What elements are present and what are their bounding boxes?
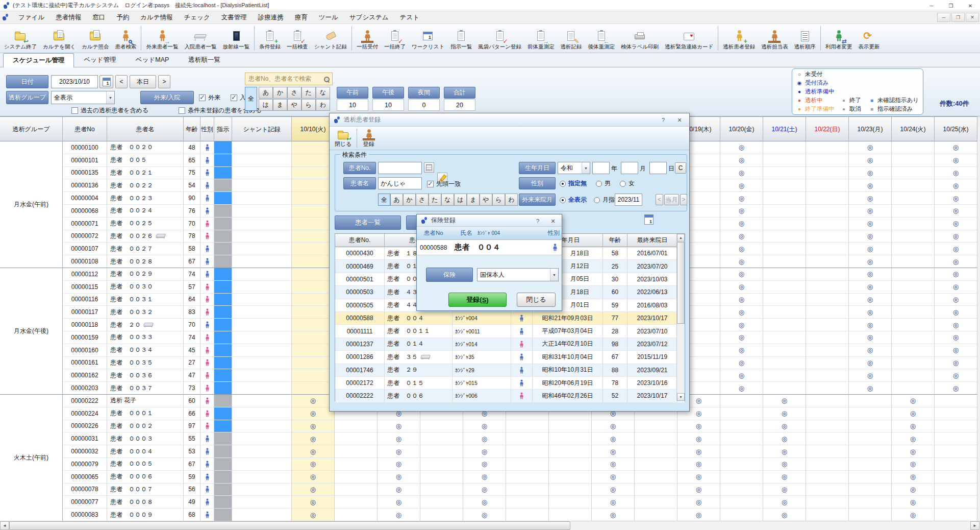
visit-type-label-button[interactable]: 外来/入院 (140, 91, 194, 104)
dialog-kana-な[interactable]: な (441, 194, 454, 206)
schedule-cell[interactable]: ◎ (892, 420, 935, 433)
mdi-minimize-button[interactable]: ─ (937, 13, 950, 22)
schedule-cell[interactable] (763, 243, 806, 255)
schedule-cell[interactable] (892, 154, 935, 167)
schedule-cell[interactable] (335, 496, 378, 509)
schedule-cell[interactable]: ◎ (292, 420, 335, 433)
toolbar-外来患者一覧[interactable]: →外来患者一覧 (143, 25, 181, 52)
toolbar-入院患者一覧[interactable]: 入院患者一覧 (181, 25, 219, 52)
schedule-cell[interactable] (849, 445, 892, 458)
schedule-cell[interactable]: ◎ (849, 141, 892, 154)
schedule-cell[interactable] (892, 192, 935, 205)
schedule-cell[interactable] (892, 319, 935, 331)
schedule-cell[interactable] (506, 420, 549, 433)
sex-option-指定無[interactable]: 指定無 (560, 179, 587, 188)
kana-key-た[interactable]: た (301, 87, 316, 99)
schedule-cell[interactable] (720, 484, 763, 496)
schedule-cell[interactable] (420, 420, 463, 433)
schedule-cell[interactable] (549, 496, 592, 509)
schedule-cell[interactable]: ◎ (677, 496, 720, 509)
schedule-cell[interactable] (806, 281, 849, 294)
kana-key-や[interactable]: や (287, 99, 301, 111)
schedule-cell[interactable]: ◎ (720, 344, 763, 357)
schedule-cell[interactable]: ◎ (720, 218, 763, 230)
schedule-cell[interactable]: ◎ (720, 179, 763, 192)
schedule-cell[interactable]: ◎ (892, 432, 935, 445)
schedule-cell[interactable]: ◎ (763, 484, 806, 496)
schedule-cell[interactable]: ◎ (849, 369, 892, 382)
schedule-cell[interactable] (720, 509, 763, 521)
schedule-cell[interactable] (292, 331, 335, 344)
patient-row[interactable]: 00000077患者 ０００８49◎◎◎◎◎◎◎ (0, 496, 977, 509)
schedule-cell[interactable] (892, 294, 935, 306)
schedule-cell[interactable] (806, 192, 849, 205)
schedule-cell[interactable]: ◎ (292, 509, 335, 521)
schedule-cell[interactable] (935, 407, 977, 420)
schedule-cell[interactable] (935, 420, 977, 433)
insurance-label-button[interactable]: 保険 (426, 268, 473, 282)
schedule-cell[interactable]: ◎ (935, 154, 977, 167)
patient-list-button[interactable]: 患者一覧 (335, 215, 401, 230)
schedule-cell[interactable]: ◎ (292, 496, 335, 509)
schedule-cell[interactable]: ◎ (720, 230, 763, 243)
date-column-header[interactable]: 10/10(火) (292, 117, 335, 141)
schedule-cell[interactable]: ◎ (892, 445, 935, 458)
dialog-patient-row[interactable]: 00002172患者 ０１５ｶﾝｼﾞｬ015昭和20年06月19日782023/… (335, 377, 685, 390)
schedule-cell[interactable] (849, 395, 892, 407)
schedule-cell[interactable]: ◎ (849, 294, 892, 306)
toolbar-検体ラベル印刷[interactable]: 検体ラベル印刷 (618, 25, 662, 52)
schedule-cell[interactable] (763, 382, 806, 395)
schedule-cell[interactable] (763, 344, 806, 357)
schedule-cell[interactable] (849, 471, 892, 484)
schedule-cell[interactable]: ◎ (677, 445, 720, 458)
dialog-register-toolbar-button[interactable]: 登録 (359, 127, 379, 149)
schedule-cell[interactable] (806, 369, 849, 382)
date-column-header[interactable]: 10/22(日) (806, 117, 849, 141)
schedule-cell[interactable]: ◎ (592, 471, 635, 484)
schedule-cell[interactable] (292, 255, 335, 268)
horizontal-scrollbar[interactable]: ◄ ► (0, 521, 980, 530)
menu-診療連携[interactable]: 診療連携 (253, 11, 289, 24)
toolbar-透析記録[interactable]: ✎透析記録 (557, 25, 585, 52)
schedule-cell[interactable]: ◎ (292, 458, 335, 471)
column-header-name[interactable]: 患者名 (107, 117, 184, 141)
dialog-kana-ま[interactable]: ま (467, 194, 480, 206)
schedule-cell[interactable] (763, 192, 806, 205)
schedule-cell[interactable] (549, 458, 592, 471)
patient-search-input[interactable]: 患者No、患者名で検索 (245, 73, 333, 85)
schedule-cell[interactable] (506, 471, 549, 484)
schedule-cell[interactable]: ◎ (892, 509, 935, 521)
schedule-cell[interactable]: ◎ (720, 205, 763, 218)
schedule-cell[interactable] (806, 141, 849, 154)
schedule-cell[interactable]: ◎ (935, 230, 977, 243)
schedule-cell[interactable]: ◎ (935, 357, 977, 370)
schedule-cell[interactable] (849, 484, 892, 496)
schedule-cell[interactable]: ◎ (720, 331, 763, 344)
schedule-cell[interactable] (892, 281, 935, 294)
birth-day-input[interactable] (649, 162, 667, 174)
schedule-cell[interactable] (892, 382, 935, 395)
calendar-picker-button[interactable] (99, 75, 113, 88)
schedule-cell[interactable] (806, 432, 849, 445)
schedule-cell[interactable] (892, 331, 935, 344)
schedule-cell[interactable] (292, 230, 335, 243)
schedule-cell[interactable] (549, 432, 592, 445)
schedule-cell[interactable]: ◎ (292, 445, 335, 458)
schedule-cell[interactable]: ◎ (849, 218, 892, 230)
dialog-kana-や[interactable]: や (480, 194, 492, 206)
column-header-shunt[interactable]: シャント記録 (232, 117, 292, 141)
toolbar-透析患者登録[interactable]: +透析患者登録 (720, 25, 758, 52)
schedule-cell[interactable]: ◎ (720, 243, 763, 255)
schedule-cell[interactable] (806, 255, 849, 268)
schedule-cell[interactable]: ◎ (935, 243, 977, 255)
toolbar-患者検索[interactable]: 患者検索 (112, 25, 139, 52)
patient-name-input[interactable] (378, 177, 422, 189)
schedule-cell[interactable]: ◎ (677, 484, 720, 496)
schedule-cell[interactable] (335, 509, 378, 521)
schedule-cell[interactable] (763, 205, 806, 218)
schedule-cell[interactable] (763, 268, 806, 281)
schedule-cell[interactable] (849, 432, 892, 445)
mdi-close-button[interactable]: ✕ (966, 13, 979, 22)
mdi-restore-button[interactable]: ❐ (951, 13, 965, 22)
schedule-cell[interactable]: ◎ (849, 230, 892, 243)
